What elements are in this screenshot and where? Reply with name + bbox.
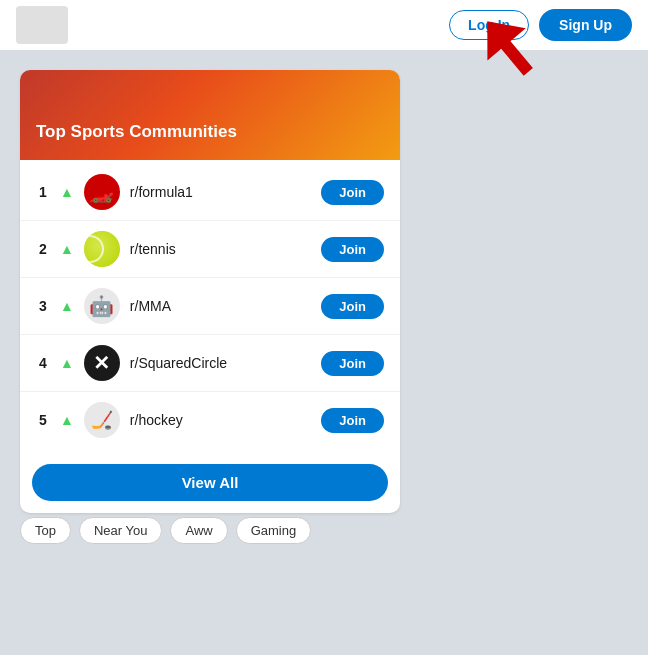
community-name: r/MMA bbox=[130, 298, 311, 314]
rank-number: 3 bbox=[36, 298, 50, 314]
table-row: 4 ▲ ✕ r/SquaredCircle Join bbox=[20, 335, 400, 392]
avatar bbox=[84, 231, 120, 267]
join-button[interactable]: Join bbox=[321, 180, 384, 205]
tab-top[interactable]: Top bbox=[20, 517, 71, 544]
main-content: Top Sports Communities 1 ▲ 🏎️ r/formula1… bbox=[0, 50, 648, 576]
rank-number: 1 bbox=[36, 184, 50, 200]
widget-title: Top Sports Communities bbox=[36, 122, 237, 142]
view-all-button[interactable]: View All bbox=[32, 464, 388, 501]
community-name: r/formula1 bbox=[130, 184, 311, 200]
upvote-icon: ▲ bbox=[60, 356, 74, 370]
join-button[interactable]: Join bbox=[321, 294, 384, 319]
avatar: 🏎️ bbox=[84, 174, 120, 210]
arrow-annotation bbox=[468, 12, 558, 92]
avatar: 🤖 bbox=[84, 288, 120, 324]
upvote-icon: ▲ bbox=[60, 413, 74, 427]
rank-number: 4 bbox=[36, 355, 50, 371]
rank-number: 5 bbox=[36, 412, 50, 428]
table-row: 3 ▲ 🤖 r/MMA Join bbox=[20, 278, 400, 335]
community-name: r/hockey bbox=[130, 412, 311, 428]
tab-aww[interactable]: Aww bbox=[170, 517, 227, 544]
join-button[interactable]: Join bbox=[321, 408, 384, 433]
community-list: 1 ▲ 🏎️ r/formula1 Join 2 ▲ r/tennis Join bbox=[20, 160, 400, 452]
join-button[interactable]: Join bbox=[321, 351, 384, 376]
community-name: r/tennis bbox=[130, 241, 311, 257]
tab-gaming[interactable]: Gaming bbox=[236, 517, 312, 544]
avatar: 🏒 bbox=[84, 402, 120, 438]
avatar: ✕ bbox=[84, 345, 120, 381]
communities-widget: Top Sports Communities 1 ▲ 🏎️ r/formula1… bbox=[20, 70, 400, 513]
upvote-icon: ▲ bbox=[60, 185, 74, 199]
community-name: r/SquaredCircle bbox=[130, 355, 311, 371]
widget-header: Top Sports Communities bbox=[20, 70, 400, 160]
upvote-icon: ▲ bbox=[60, 299, 74, 313]
tab-near-you[interactable]: Near You bbox=[79, 517, 163, 544]
join-button[interactable]: Join bbox=[321, 237, 384, 262]
table-row: 2 ▲ r/tennis Join bbox=[20, 221, 400, 278]
table-row: 5 ▲ 🏒 r/hockey Join bbox=[20, 392, 400, 448]
logo bbox=[16, 6, 68, 44]
filter-tabs: Top Near You Aww Gaming bbox=[20, 513, 628, 560]
upvote-icon: ▲ bbox=[60, 242, 74, 256]
table-row: 1 ▲ 🏎️ r/formula1 Join bbox=[20, 164, 400, 221]
rank-number: 2 bbox=[36, 241, 50, 257]
